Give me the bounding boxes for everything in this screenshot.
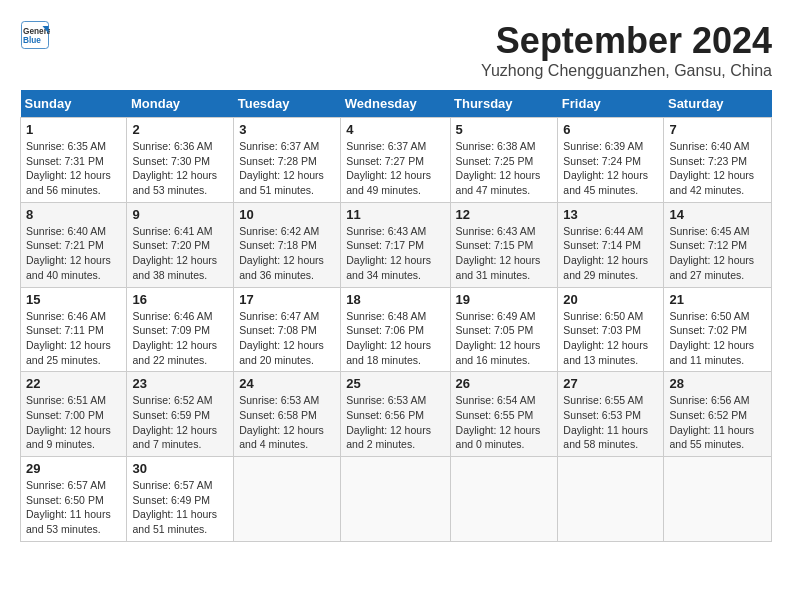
calendar-cell: 24Sunrise: 6:53 AMSunset: 6:58 PMDayligh… bbox=[234, 372, 341, 457]
day-number: 12 bbox=[456, 207, 553, 222]
calendar-cell: 22Sunrise: 6:51 AMSunset: 7:00 PMDayligh… bbox=[21, 372, 127, 457]
day-info: Sunrise: 6:49 AMSunset: 7:05 PMDaylight:… bbox=[456, 309, 553, 368]
logo-icon: General Blue bbox=[20, 20, 50, 50]
day-info: Sunrise: 6:45 AMSunset: 7:12 PMDaylight:… bbox=[669, 224, 766, 283]
calendar-cell: 27Sunrise: 6:55 AMSunset: 6:53 PMDayligh… bbox=[558, 372, 664, 457]
calendar-cell bbox=[341, 457, 450, 542]
day-number: 17 bbox=[239, 292, 335, 307]
day-number: 13 bbox=[563, 207, 658, 222]
day-number: 5 bbox=[456, 122, 553, 137]
day-number: 24 bbox=[239, 376, 335, 391]
calendar-cell: 10Sunrise: 6:42 AMSunset: 7:18 PMDayligh… bbox=[234, 202, 341, 287]
day-info: Sunrise: 6:50 AMSunset: 7:03 PMDaylight:… bbox=[563, 309, 658, 368]
day-info: Sunrise: 6:48 AMSunset: 7:06 PMDaylight:… bbox=[346, 309, 444, 368]
day-number: 28 bbox=[669, 376, 766, 391]
calendar-cell bbox=[664, 457, 772, 542]
calendar-cell: 7Sunrise: 6:40 AMSunset: 7:23 PMDaylight… bbox=[664, 118, 772, 203]
calendar-cell: 11Sunrise: 6:43 AMSunset: 7:17 PMDayligh… bbox=[341, 202, 450, 287]
day-number: 11 bbox=[346, 207, 444, 222]
calendar-week-row: 8Sunrise: 6:40 AMSunset: 7:21 PMDaylight… bbox=[21, 202, 772, 287]
calendar-cell: 30Sunrise: 6:57 AMSunset: 6:49 PMDayligh… bbox=[127, 457, 234, 542]
calendar-cell bbox=[558, 457, 664, 542]
day-info: Sunrise: 6:57 AMSunset: 6:50 PMDaylight:… bbox=[26, 478, 121, 537]
calendar-week-row: 15Sunrise: 6:46 AMSunset: 7:11 PMDayligh… bbox=[21, 287, 772, 372]
day-number: 18 bbox=[346, 292, 444, 307]
day-info: Sunrise: 6:42 AMSunset: 7:18 PMDaylight:… bbox=[239, 224, 335, 283]
calendar-cell: 16Sunrise: 6:46 AMSunset: 7:09 PMDayligh… bbox=[127, 287, 234, 372]
day-number: 22 bbox=[26, 376, 121, 391]
svg-text:Blue: Blue bbox=[23, 36, 41, 45]
calendar-header-row: SundayMondayTuesdayWednesdayThursdayFrid… bbox=[21, 90, 772, 118]
calendar-cell bbox=[234, 457, 341, 542]
column-header-saturday: Saturday bbox=[664, 90, 772, 118]
day-info: Sunrise: 6:40 AMSunset: 7:23 PMDaylight:… bbox=[669, 139, 766, 198]
calendar-cell: 13Sunrise: 6:44 AMSunset: 7:14 PMDayligh… bbox=[558, 202, 664, 287]
day-number: 3 bbox=[239, 122, 335, 137]
day-info: Sunrise: 6:55 AMSunset: 6:53 PMDaylight:… bbox=[563, 393, 658, 452]
day-info: Sunrise: 6:37 AMSunset: 7:27 PMDaylight:… bbox=[346, 139, 444, 198]
day-info: Sunrise: 6:50 AMSunset: 7:02 PMDaylight:… bbox=[669, 309, 766, 368]
day-number: 8 bbox=[26, 207, 121, 222]
location-subtitle: Yuzhong Chengguanzhen, Gansu, China bbox=[481, 62, 772, 80]
column-header-thursday: Thursday bbox=[450, 90, 558, 118]
column-header-friday: Friday bbox=[558, 90, 664, 118]
calendar-cell: 14Sunrise: 6:45 AMSunset: 7:12 PMDayligh… bbox=[664, 202, 772, 287]
day-info: Sunrise: 6:38 AMSunset: 7:25 PMDaylight:… bbox=[456, 139, 553, 198]
calendar-cell: 1Sunrise: 6:35 AMSunset: 7:31 PMDaylight… bbox=[21, 118, 127, 203]
day-info: Sunrise: 6:40 AMSunset: 7:21 PMDaylight:… bbox=[26, 224, 121, 283]
column-header-sunday: Sunday bbox=[21, 90, 127, 118]
column-header-tuesday: Tuesday bbox=[234, 90, 341, 118]
day-info: Sunrise: 6:51 AMSunset: 7:00 PMDaylight:… bbox=[26, 393, 121, 452]
day-number: 9 bbox=[132, 207, 228, 222]
calendar-cell: 21Sunrise: 6:50 AMSunset: 7:02 PMDayligh… bbox=[664, 287, 772, 372]
day-info: Sunrise: 6:39 AMSunset: 7:24 PMDaylight:… bbox=[563, 139, 658, 198]
calendar-cell: 4Sunrise: 6:37 AMSunset: 7:27 PMDaylight… bbox=[341, 118, 450, 203]
day-number: 29 bbox=[26, 461, 121, 476]
calendar-cell: 8Sunrise: 6:40 AMSunset: 7:21 PMDaylight… bbox=[21, 202, 127, 287]
calendar-cell: 12Sunrise: 6:43 AMSunset: 7:15 PMDayligh… bbox=[450, 202, 558, 287]
calendar-cell: 9Sunrise: 6:41 AMSunset: 7:20 PMDaylight… bbox=[127, 202, 234, 287]
day-number: 25 bbox=[346, 376, 444, 391]
day-info: Sunrise: 6:53 AMSunset: 6:58 PMDaylight:… bbox=[239, 393, 335, 452]
calendar-cell: 17Sunrise: 6:47 AMSunset: 7:08 PMDayligh… bbox=[234, 287, 341, 372]
calendar-cell: 26Sunrise: 6:54 AMSunset: 6:55 PMDayligh… bbox=[450, 372, 558, 457]
day-number: 26 bbox=[456, 376, 553, 391]
day-number: 19 bbox=[456, 292, 553, 307]
day-number: 2 bbox=[132, 122, 228, 137]
day-info: Sunrise: 6:53 AMSunset: 6:56 PMDaylight:… bbox=[346, 393, 444, 452]
calendar-cell: 2Sunrise: 6:36 AMSunset: 7:30 PMDaylight… bbox=[127, 118, 234, 203]
day-number: 27 bbox=[563, 376, 658, 391]
day-number: 20 bbox=[563, 292, 658, 307]
day-info: Sunrise: 6:57 AMSunset: 6:49 PMDaylight:… bbox=[132, 478, 228, 537]
calendar-cell: 3Sunrise: 6:37 AMSunset: 7:28 PMDaylight… bbox=[234, 118, 341, 203]
calendar-table: SundayMondayTuesdayWednesdayThursdayFrid… bbox=[20, 90, 772, 542]
day-info: Sunrise: 6:46 AMSunset: 7:09 PMDaylight:… bbox=[132, 309, 228, 368]
calendar-cell: 19Sunrise: 6:49 AMSunset: 7:05 PMDayligh… bbox=[450, 287, 558, 372]
month-year-title: September 2024 bbox=[481, 20, 772, 62]
calendar-cell: 20Sunrise: 6:50 AMSunset: 7:03 PMDayligh… bbox=[558, 287, 664, 372]
title-section: September 2024 Yuzhong Chengguanzhen, Ga… bbox=[481, 20, 772, 80]
day-number: 14 bbox=[669, 207, 766, 222]
day-number: 15 bbox=[26, 292, 121, 307]
day-number: 7 bbox=[669, 122, 766, 137]
day-info: Sunrise: 6:43 AMSunset: 7:15 PMDaylight:… bbox=[456, 224, 553, 283]
page-header: General Blue September 2024 Yuzhong Chen… bbox=[20, 20, 772, 80]
calendar-cell: 28Sunrise: 6:56 AMSunset: 6:52 PMDayligh… bbox=[664, 372, 772, 457]
day-number: 23 bbox=[132, 376, 228, 391]
day-info: Sunrise: 6:56 AMSunset: 6:52 PMDaylight:… bbox=[669, 393, 766, 452]
calendar-cell bbox=[450, 457, 558, 542]
day-number: 4 bbox=[346, 122, 444, 137]
calendar-week-row: 29Sunrise: 6:57 AMSunset: 6:50 PMDayligh… bbox=[21, 457, 772, 542]
day-info: Sunrise: 6:52 AMSunset: 6:59 PMDaylight:… bbox=[132, 393, 228, 452]
day-number: 30 bbox=[132, 461, 228, 476]
logo: General Blue bbox=[20, 20, 50, 50]
column-header-wednesday: Wednesday bbox=[341, 90, 450, 118]
calendar-cell: 15Sunrise: 6:46 AMSunset: 7:11 PMDayligh… bbox=[21, 287, 127, 372]
day-info: Sunrise: 6:47 AMSunset: 7:08 PMDaylight:… bbox=[239, 309, 335, 368]
day-info: Sunrise: 6:43 AMSunset: 7:17 PMDaylight:… bbox=[346, 224, 444, 283]
day-info: Sunrise: 6:46 AMSunset: 7:11 PMDaylight:… bbox=[26, 309, 121, 368]
day-info: Sunrise: 6:44 AMSunset: 7:14 PMDaylight:… bbox=[563, 224, 658, 283]
day-number: 16 bbox=[132, 292, 228, 307]
day-number: 21 bbox=[669, 292, 766, 307]
day-info: Sunrise: 6:36 AMSunset: 7:30 PMDaylight:… bbox=[132, 139, 228, 198]
